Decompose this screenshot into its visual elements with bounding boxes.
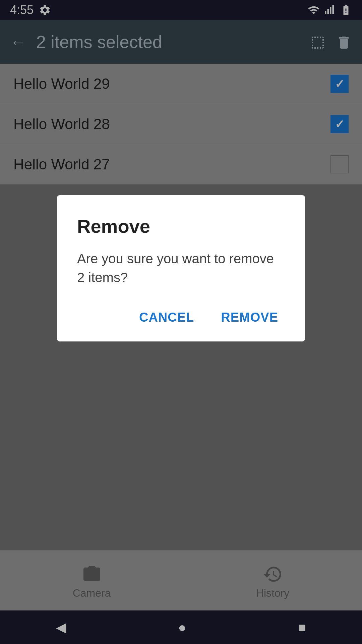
dialog-overlay: Remove Are you sure you want to remove 2… <box>0 0 362 644</box>
cancel-button[interactable]: CANCEL <box>132 307 201 328</box>
dialog-message: Are you sure you want to remove 2 items? <box>77 249 285 287</box>
dialog: Remove Are you sure you want to remove 2… <box>57 195 305 341</box>
remove-button[interactable]: REMOVE <box>214 307 285 328</box>
dialog-title: Remove <box>77 215 285 237</box>
dialog-actions: CANCEL REMOVE <box>77 307 285 328</box>
